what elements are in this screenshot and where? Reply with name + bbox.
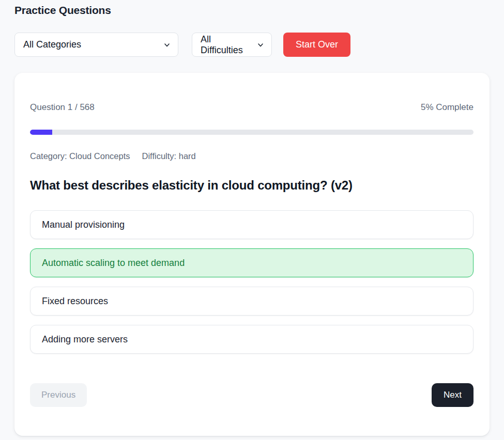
question-text: What best describes elasticity in cloud … xyxy=(30,178,474,193)
answer-option-selected[interactable]: Automatic scaling to meet demand xyxy=(30,248,474,277)
question-card: Question 1 / 568 5% Complete Category: C… xyxy=(14,73,490,436)
chevron-down-icon xyxy=(163,41,171,49)
answer-option[interactable]: Fixed resources xyxy=(30,287,474,316)
difficulty-label: Difficulty: hard xyxy=(142,151,196,161)
progress-fill xyxy=(30,130,52,135)
difficulty-select[interactable]: All Difficulties xyxy=(192,33,272,57)
practice-questions-page: Practice Questions All Categories All Di… xyxy=(0,0,504,436)
next-button[interactable]: Next xyxy=(432,383,474,407)
answer-options: Manual provisioning Automatic scaling to… xyxy=(30,210,474,354)
progress-percent-label: 5% Complete xyxy=(421,102,474,113)
difficulty-select-value: All Difficulties xyxy=(201,34,251,56)
answer-option[interactable]: Manual provisioning xyxy=(30,210,474,239)
category-select[interactable]: All Categories xyxy=(14,33,178,57)
category-select-value: All Categories xyxy=(23,39,81,50)
question-nav: Previous Next xyxy=(30,383,474,407)
chevron-down-icon xyxy=(257,41,264,49)
category-label: Category: Cloud Concepts xyxy=(30,151,130,161)
question-meta: Category: Cloud Concepts Difficulty: har… xyxy=(30,151,474,161)
start-over-button[interactable]: Start Over xyxy=(283,33,350,57)
filter-controls: All Categories All Difficulties Start Ov… xyxy=(14,33,490,57)
progress-bar xyxy=(30,130,474,135)
answer-option[interactable]: Adding more servers xyxy=(30,325,474,354)
question-counter: Question 1 / 568 xyxy=(30,102,95,113)
progress-header: Question 1 / 568 5% Complete xyxy=(30,102,474,113)
previous-button[interactable]: Previous xyxy=(30,383,87,407)
page-title: Practice Questions xyxy=(14,3,490,17)
